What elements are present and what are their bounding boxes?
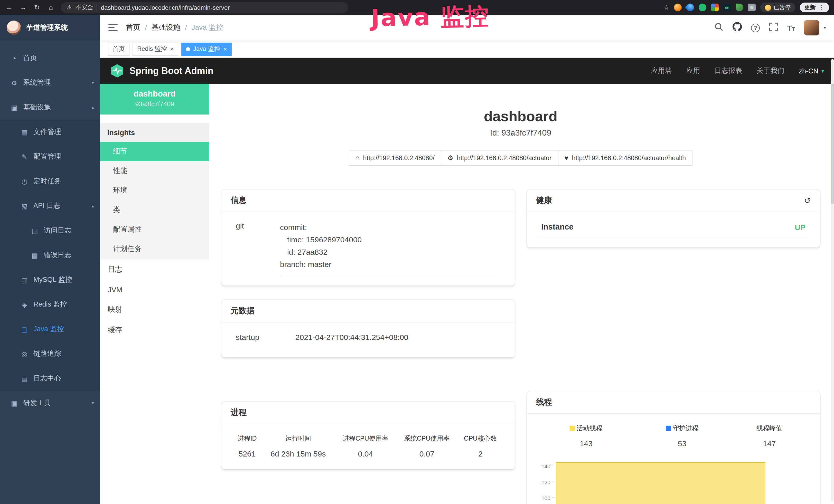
tab-home[interactable]: 首页 — [108, 42, 129, 56]
health-card-header: 健康 ↺ — [527, 189, 820, 212]
sba-menu-classes[interactable]: 类 — [100, 200, 209, 220]
sidebar-item-error-logs[interactable]: ▤ 错误日志 — [0, 243, 100, 268]
fullscreen-icon[interactable] — [769, 22, 778, 33]
sba-nav-wallboard[interactable]: 应用墙 — [651, 66, 672, 75]
breadcrumb-separator: / — [145, 24, 147, 32]
sba-menu-jvm[interactable]: JVM — [100, 280, 209, 299]
instance-health-row[interactable]: Instance UP — [538, 221, 809, 238]
extension-green-circle-icon[interactable] — [699, 4, 706, 11]
chrome-update-button[interactable]: 更新 ⋮ — [800, 3, 829, 12]
extensions-puzzle-icon[interactable] — [748, 4, 756, 11]
monitor-icon: ▣ — [10, 104, 18, 111]
scrollbar-thumb[interactable] — [831, 84, 834, 204]
tab-redis-monitor[interactable]: Redis 监控 × — [133, 42, 178, 56]
scrollbar-track[interactable] — [831, 59, 834, 502]
health-url-link[interactable]: ♥ http://192.168.0.2:48080/actuator/heal… — [557, 150, 693, 166]
actuator-url-text: http://192.168.0.2:48080/actuator — [457, 154, 551, 161]
sidebar-item-trace[interactable]: ◎ 链路追踪 — [0, 342, 100, 366]
bookmark-star-icon[interactable]: ☆ — [663, 4, 670, 11]
extension-fox-icon[interactable] — [674, 4, 682, 11]
breadcrumb-infrastructure[interactable]: 基础设施 — [152, 23, 180, 32]
service-url-link[interactable]: ⌂ http://192.168.0.2:48080/ — [349, 150, 441, 166]
close-icon[interactable]: × — [170, 46, 174, 52]
sidebar-item-file-management[interactable]: ▤ 文件管理 — [0, 120, 100, 144]
instance-links: ⌂ http://192.168.0.2:48080/ ⚙ http://192… — [221, 150, 820, 166]
process-col-cores: CPU核心数 — [458, 433, 503, 444]
sidebar-item-home[interactable]: ◔ 首页 — [0, 46, 100, 70]
threads-card-body: 活动线程 守护进程 线程峰值 — [527, 414, 820, 504]
sidebar-item-system-management[interactable]: ⚙ 系统管理 ▾ — [0, 70, 100, 95]
git-info-row: git commit: time: 1596289704000 id: 27aa… — [233, 221, 503, 276]
app-sidebar: 芋道管理系统 ◔ 首页 ⚙ 系统管理 ▾ ▣ 基础设施 ▴ — [0, 15, 100, 504]
forward-icon[interactable]: → — [19, 4, 27, 11]
security-label[interactable]: 不安全 — [75, 4, 93, 11]
breadcrumb-current: Java 监控 — [192, 23, 223, 32]
url-text[interactable]: dashboard.yudao.iocoder.cn/infra/admin-s… — [101, 4, 230, 11]
font-size-icon[interactable]: T T — [787, 24, 795, 31]
sidebar-item-dev-tools[interactable]: ▣ 研发工具 ▾ — [0, 391, 100, 415]
chevron-down-icon: ▾ — [821, 68, 824, 74]
threads-legend-table: 活动线程 守护进程 线程峰值 — [538, 423, 809, 450]
card-title: 信息 — [231, 195, 247, 206]
sba-menu-logs[interactable]: 日志 — [100, 259, 209, 280]
history-icon[interactable]: ↺ — [804, 197, 811, 204]
health-card: 健康 ↺ Instance UP — [527, 189, 820, 248]
sidebar-item-infrastructure[interactable]: ▣ 基础设施 ▴ — [0, 95, 100, 120]
locale-selector[interactable]: zh-CN ▾ — [798, 67, 824, 75]
app-logo-avatar — [7, 21, 21, 35]
sidebar-item-mysql-monitor[interactable]: ▥ MySQL 监控 — [0, 268, 100, 292]
reload-icon[interactable]: ↻ — [33, 4, 41, 11]
sba-menu-config-props[interactable]: 配置属性 — [100, 220, 209, 239]
card-title: 线程 — [536, 397, 552, 408]
sidebar-item-access-logs[interactable]: ▤ 访问日志 — [0, 218, 100, 243]
instance-label: Instance — [541, 222, 574, 232]
breadcrumb-home[interactable]: 首页 — [126, 23, 140, 32]
profile-paused-badge[interactable]: 已暂停 — [760, 3, 795, 12]
avatar-caret-icon[interactable]: ▾ — [824, 25, 826, 30]
extension-color-grid-icon[interactable] — [711, 4, 719, 11]
sba-nav-about[interactable]: 关于我们 — [756, 66, 784, 75]
sidebar-item-config-management[interactable]: ✎ 配置管理 — [0, 144, 100, 169]
sba-nav-applications[interactable]: 应用 — [686, 66, 700, 75]
sba-menu-environment[interactable]: 环境 — [100, 181, 209, 200]
sba-menu-mappings[interactable]: 映射 — [100, 299, 209, 320]
sba-nav-journal[interactable]: 日志报表 — [714, 66, 742, 75]
app-logo[interactable]: 芋道管理系统 — [0, 15, 100, 41]
sidebar-toggle-icon[interactable] — [108, 24, 118, 32]
sidebar-item-label: 基础设施 — [23, 103, 51, 112]
sidebar-item-java-monitor[interactable]: ▢ Java 监控 — [0, 317, 100, 342]
metadata-card-body: startup 2021-04-27T00:44:31.254+08:00 — [221, 322, 514, 358]
sba-lower-menu: 日志 JVM 映射 缓存 — [100, 259, 209, 340]
browser-chrome: ← → ↻ ⌂ ⚠ 不安全 dashboard.yudao.iocoder.cn… — [0, 0, 834, 15]
back-icon[interactable]: ← — [5, 4, 13, 11]
user-avatar[interactable] — [804, 20, 820, 36]
sba-menu-metrics[interactable]: 性能 — [100, 161, 209, 181]
tags-view-bar: 首页 Redis 监控 × Java 监控 × — [100, 41, 834, 58]
extension-on-badge-icon[interactable]: on — [723, 4, 731, 11]
help-icon[interactable]: ? — [751, 23, 760, 32]
address-bar[interactable]: ⚠ 不安全 dashboard.yudao.iocoder.cn/infra/a… — [61, 2, 348, 13]
sidebar-item-scheduled-tasks[interactable]: ◴ 定时任务 — [0, 169, 100, 193]
sidebar-item-redis-monitor[interactable]: ◈ Redis 监控 — [0, 292, 100, 317]
sidebar-item-api-logs[interactable]: ▧ API 日志 ▴ — [0, 193, 100, 218]
browser-home-icon[interactable]: ⌂ — [47, 4, 55, 11]
document-icon: ▧ — [21, 202, 28, 210]
sba-instance-header[interactable]: dashboard 93a3fc7f7409 — [100, 84, 209, 115]
actuator-url-link[interactable]: ⚙ http://192.168.0.2:48080/actuator — [441, 150, 558, 166]
sba-menu-caches[interactable]: 缓存 — [100, 320, 209, 340]
extension-leaf-icon[interactable] — [736, 4, 743, 11]
github-icon[interactable] — [732, 22, 742, 33]
tab-java-monitor[interactable]: Java 监控 × — [181, 42, 232, 56]
peak-threads-value: 147 — [730, 434, 809, 450]
close-icon[interactable]: × — [223, 46, 227, 52]
legend-peak-threads: 线程峰值 — [730, 423, 809, 434]
sba-menu-scheduled-tasks[interactable]: 计划任务 — [100, 239, 209, 259]
extension-drop-icon[interactable] — [685, 2, 696, 13]
sba-brand[interactable]: Spring Boot Admin — [110, 64, 214, 78]
process-col-uptime: 运行时间 — [262, 433, 335, 444]
legend-label: 守护进程 — [673, 425, 698, 432]
sidebar-item-log-center[interactable]: ▤ 日志中心 — [0, 366, 100, 391]
search-icon[interactable] — [715, 22, 723, 33]
sba-menu-details[interactable]: 细节 — [100, 142, 209, 161]
browser-menu-icon[interactable]: ⋮ — [818, 4, 825, 11]
